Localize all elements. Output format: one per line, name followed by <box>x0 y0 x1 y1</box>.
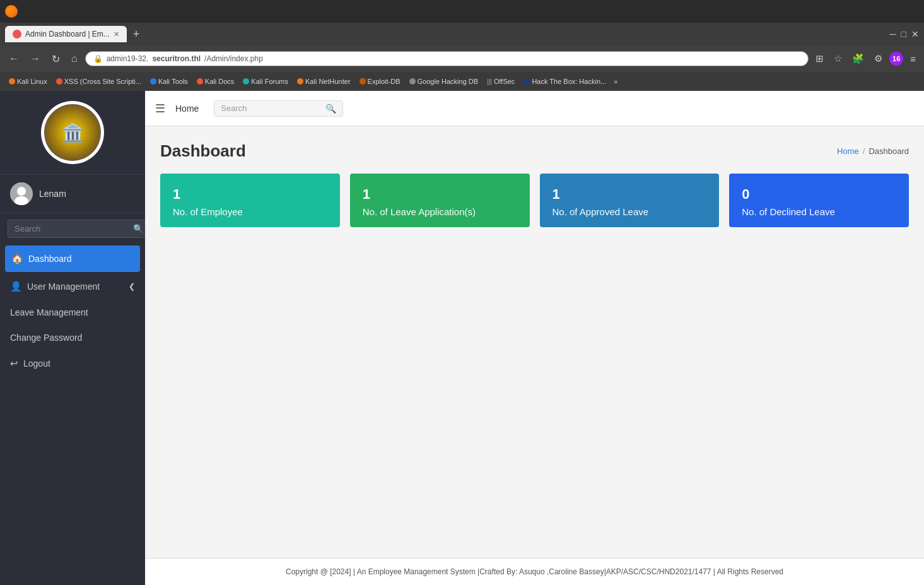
chevron-icon: ❮ <box>129 282 135 291</box>
address-bar[interactable]: 🔒 admin19-32.securitron.thl/Admin/index.… <box>85 51 809 66</box>
breadcrumb-home-link[interactable]: Home <box>837 146 859 156</box>
browser-tab-bar: Admin Dashboard | Em... ✕ + ─ □ ✕ <box>0 23 924 45</box>
card-leave-app-label: No. of Leave Application(s) <box>363 206 517 217</box>
browser-navbar: ← → ↻ ⌂ 🔒 admin19-32.securitron.thl/Admi… <box>0 45 924 72</box>
topbar-search-icon[interactable]: 🔍 <box>325 103 336 114</box>
bookmark-icon-kali-nethunter <box>297 78 303 85</box>
breadcrumb-current: Dashboard <box>868 146 909 156</box>
content-header: Dashboard Home / Dashboard <box>160 141 909 161</box>
app-wrapper: 🏛️ Lenam 🔍 🏠 Dashboard 👤 <box>0 91 924 585</box>
search-input[interactable] <box>8 220 127 238</box>
url-path: /Admin/index.php <box>204 54 263 63</box>
sidebar-user: Lenam <box>0 174 145 213</box>
footer: Copyright @ [2024] | An Employee Managem… <box>145 558 924 585</box>
extensions-icon[interactable]: 🧩 <box>849 51 867 66</box>
bookmark-icon-google-hacking-db <box>409 78 416 85</box>
bookmark-kali-linux[interactable]: Kali Linux <box>5 76 51 86</box>
refresh-button[interactable]: ↻ <box>48 50 64 68</box>
svg-point-1 <box>17 187 26 196</box>
card-leave-applications: 1 No. of Leave Application(s) <box>350 174 530 227</box>
breadcrumb-separator: / <box>863 146 865 156</box>
sidebar-item-leave-management[interactable]: Leave Management <box>0 300 145 325</box>
card-employee-label: No. of Employee <box>173 206 327 217</box>
topbar-search-container: 🔍 <box>214 100 343 117</box>
browser-titlebar <box>0 0 924 23</box>
topbar-search-input[interactable] <box>221 103 322 113</box>
card-leave-app-count: 1 <box>363 186 517 203</box>
page-title: Dashboard <box>160 141 246 161</box>
window-minimize[interactable]: ─ <box>890 29 896 39</box>
bookmark-icon-xss <box>56 78 62 85</box>
collections-icon[interactable]: ⊞ <box>812 51 827 66</box>
bookmarks-bar: Kali Linux XSS (Cross Site Scripti... Ka… <box>0 72 924 91</box>
sidebar-logo: 🏛️ <box>0 91 145 174</box>
window-close[interactable]: ✕ <box>911 29 919 39</box>
url-prefix: admin19-32. <box>107 54 149 63</box>
logout-icon: ↩ <box>10 358 18 369</box>
topbar-home-link[interactable]: Home <box>175 103 199 114</box>
window-restore[interactable]: □ <box>901 29 906 39</box>
bookmark-kali-docs[interactable]: Kali Docs <box>193 76 238 86</box>
topbar: ☰ Home 🔍 <box>145 91 924 126</box>
bookmark-xss[interactable]: XSS (Cross Site Scripti... <box>52 76 145 86</box>
footer-text: Copyright @ [2024] | An Employee Managem… <box>286 567 783 576</box>
sidebar-item-change-password[interactable]: Change Password <box>0 325 145 350</box>
settings-icon[interactable]: ⚙ <box>871 51 886 66</box>
active-tab[interactable]: Admin Dashboard | Em... ✕ <box>5 26 127 42</box>
card-approved-label: No. of Approved Leave <box>553 206 707 217</box>
new-tab-button[interactable]: + <box>129 28 144 41</box>
card-employee-count: 1 <box>173 186 327 203</box>
search-button[interactable]: 🔍 <box>127 220 145 238</box>
card-declined-count: 0 <box>742 186 896 203</box>
bookmarks-more[interactable]: » <box>611 76 620 86</box>
bookmark-offsec[interactable]: ||| OffSec <box>483 76 518 86</box>
bookmark-icon-kali-tools <box>150 78 156 85</box>
bookmark-kali-forums[interactable]: Kali Forums <box>239 76 292 86</box>
card-approved-count: 1 <box>553 186 707 203</box>
browser-icon <box>5 5 18 18</box>
back-button[interactable]: ← <box>5 50 23 67</box>
tab-close-button[interactable]: ✕ <box>114 30 119 38</box>
user-management-icon: 👤 <box>10 281 22 292</box>
menu-icon[interactable]: ≡ <box>907 52 919 66</box>
home-button[interactable]: ⌂ <box>67 50 81 67</box>
bookmark-icon-offsec: ||| <box>487 78 492 85</box>
card-employees: 1 No. of Employee <box>160 174 340 227</box>
bookmark-kali-nethunter[interactable]: Kali NetHunter <box>293 76 354 86</box>
logo-circle: 🏛️ <box>41 101 104 164</box>
breadcrumb: Home / Dashboard <box>837 146 909 156</box>
bookmark-icon-kali-forums <box>243 78 249 85</box>
bookmark-google-hacking-db[interactable]: Google Hacking DB <box>406 76 482 86</box>
url-domain: securitron.thl <box>152 54 201 63</box>
bookmark-kali-tools[interactable]: Kali Tools <box>146 76 192 86</box>
sidebar-nav: 🏠 Dashboard 👤 User Management ❮ Leave Ma… <box>0 244 145 585</box>
bookmark-icon-hackthebox <box>523 78 530 85</box>
sidebar-item-user-management[interactable]: 👤 User Management ❮ <box>0 273 145 300</box>
avatar <box>10 182 33 205</box>
dashboard-icon: 🏠 <box>11 253 23 264</box>
bookmark-icon-kali-docs <box>197 78 203 85</box>
forward-button[interactable]: → <box>26 50 44 67</box>
sidebar: 🏛️ Lenam 🔍 🏠 Dashboard 👤 <box>0 91 145 585</box>
card-approved-leave: 1 No. of Approved Leave <box>540 174 720 227</box>
sidebar-search-container: 🔍 <box>0 213 145 244</box>
bookmark-icon-kali-linux <box>9 78 15 85</box>
bookmark-icon-exploit-db <box>360 78 366 85</box>
bookmark-hackthebox[interactable]: Hack The Box: Hackin... <box>520 76 610 86</box>
menu-toggle-button[interactable]: ☰ <box>155 102 165 115</box>
browser-nav-icons: ⊞ ☆ 🧩 ⚙ 16 ≡ <box>812 51 919 66</box>
main-area: ☰ Home 🔍 Dashboard Home / Dashboard 1 N <box>145 91 924 585</box>
card-declined-label: No. of Declined Leave <box>742 206 896 217</box>
stats-cards-row: 1 No. of Employee 1 No. of Leave Applica… <box>160 174 909 227</box>
sidebar-item-dashboard[interactable]: 🏠 Dashboard <box>5 245 140 272</box>
main-content: Dashboard Home / Dashboard 1 No. of Empl… <box>145 126 924 558</box>
bookmark-exploit-db[interactable]: Exploit-DB <box>356 76 404 86</box>
card-declined-leave: 0 No. of Declined Leave <box>729 174 909 227</box>
sidebar-item-logout[interactable]: ↩ Logout <box>0 350 145 377</box>
profile-badge[interactable]: 16 <box>889 52 903 66</box>
user-name: Lenam <box>39 189 66 199</box>
bookmark-icon[interactable]: ☆ <box>831 51 845 66</box>
browser-chrome: Admin Dashboard | Em... ✕ + ─ □ ✕ ← → ↻ … <box>0 0 924 91</box>
logo-inner: 🏛️ <box>44 104 101 161</box>
tab-title: Admin Dashboard | Em... <box>25 30 110 38</box>
